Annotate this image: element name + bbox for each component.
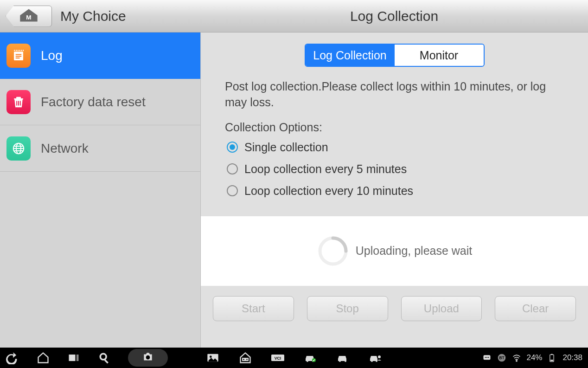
nav-right-group: BT 24% 20:38 <box>482 353 582 363</box>
header-bar: M My Choice Log Collection <box>0 0 588 32</box>
options-label: Collection Options: <box>213 121 576 134</box>
header-left-title: My Choice <box>60 8 126 24</box>
svg-point-17 <box>101 355 105 359</box>
stop-button[interactable]: Stop <box>307 296 388 321</box>
svg-rect-6 <box>14 98 23 99</box>
wifi-icon <box>511 353 522 363</box>
svg-rect-43 <box>551 360 554 361</box>
svg-rect-42 <box>551 354 553 355</box>
log-icon <box>6 44 31 68</box>
sidebar-item-log[interactable]: Log <box>0 32 200 79</box>
svg-text:VCI: VCI <box>275 356 281 361</box>
home-icon[interactable] <box>36 351 50 365</box>
sidebar-item-network[interactable]: Network <box>0 125 200 172</box>
svg-point-19 <box>146 355 150 360</box>
svg-point-31 <box>371 360 373 362</box>
search-icon[interactable] <box>97 351 111 365</box>
trash-icon <box>6 90 31 114</box>
header-right-title: Log Collection <box>200 8 588 24</box>
radio-icon <box>227 185 238 196</box>
radio-loop-10min[interactable]: Loop collection every 10 minutes <box>213 184 576 198</box>
tab-log-collection[interactable]: Log Collection <box>306 45 395 66</box>
svg-point-37 <box>488 357 489 358</box>
sidebar: Log Factory data reset <box>0 32 200 348</box>
sidebar-item-factory-reset[interactable]: Factory data reset <box>0 79 200 125</box>
svg-rect-22 <box>243 358 245 361</box>
svg-text:M: M <box>26 13 31 20</box>
svg-point-32 <box>376 360 377 362</box>
svg-point-36 <box>486 357 487 358</box>
svg-point-40 <box>516 361 517 362</box>
svg-rect-23 <box>246 358 248 361</box>
instruction-text: Post log collection.Please collect logs … <box>213 79 576 110</box>
picture-icon[interactable] <box>206 351 220 365</box>
svg-point-29 <box>339 360 341 362</box>
upload-button[interactable]: Upload <box>401 296 482 321</box>
sidebar-item-label: Log <box>41 48 63 63</box>
nav-center-group: VCI <box>206 351 382 365</box>
system-navbar: VCI BT 24% 20:38 <box>0 348 588 368</box>
clear-button[interactable]: Clear <box>495 296 576 321</box>
radio-loop-5min[interactable]: Loop collection every 5 minutes <box>213 162 576 176</box>
globe-icon <box>6 136 31 161</box>
svg-text:BT: BT <box>499 355 505 360</box>
nav-left-group <box>6 349 168 367</box>
content-panel: Log Collection Monitor Post log collecti… <box>200 32 588 348</box>
radio-icon <box>227 163 238 174</box>
camera-button[interactable] <box>128 349 168 367</box>
clock-time: 20:38 <box>562 353 582 362</box>
car-icon[interactable] <box>336 351 350 365</box>
status-band: Uploading, please wait <box>201 216 588 286</box>
radio-label: Single collection <box>244 141 328 154</box>
vci-icon[interactable]: VCI <box>271 351 285 365</box>
sidebar-item-label: Factory data reset <box>41 95 146 110</box>
back-icon[interactable] <box>6 351 19 365</box>
segmented-control-wrap: Log Collection Monitor <box>213 44 576 67</box>
home-button[interactable]: M <box>6 6 52 27</box>
main-area: Log Factory data reset <box>0 32 588 348</box>
svg-point-21 <box>210 355 212 358</box>
message-icon[interactable] <box>482 353 492 363</box>
status-text: Uploading, please wait <box>356 244 473 258</box>
car-check-icon[interactable] <box>303 351 317 365</box>
svg-rect-18 <box>104 360 109 364</box>
home-m-icon: M <box>17 7 41 25</box>
radio-label: Loop collection every 5 minutes <box>244 162 407 176</box>
spinner-icon <box>317 235 349 267</box>
radio-label: Loop collection every 10 minutes <box>244 184 413 198</box>
svg-point-30 <box>345 360 346 362</box>
radio-icon <box>227 142 238 153</box>
action-button-row: Start Stop Upload Clear <box>213 296 576 321</box>
segmented-control: Log Collection Monitor <box>305 44 485 67</box>
car-user-icon[interactable] <box>368 351 382 365</box>
tab-monitor[interactable]: Monitor <box>395 45 484 66</box>
sidebar-item-label: Network <box>41 141 89 156</box>
svg-rect-15 <box>77 355 79 361</box>
svg-point-26 <box>307 360 308 362</box>
svg-rect-14 <box>69 355 76 361</box>
bluetooth-icon: BT <box>497 353 507 363</box>
radio-single-collection[interactable]: Single collection <box>213 141 576 154</box>
camera-icon <box>142 351 154 365</box>
svg-point-35 <box>485 357 486 358</box>
battery-icon <box>547 353 557 363</box>
recent-apps-icon[interactable] <box>67 351 81 365</box>
battery-percent: 24% <box>526 353 542 362</box>
house-icon[interactable] <box>238 351 252 365</box>
svg-point-33 <box>378 355 381 358</box>
start-button[interactable]: Start <box>213 296 294 321</box>
